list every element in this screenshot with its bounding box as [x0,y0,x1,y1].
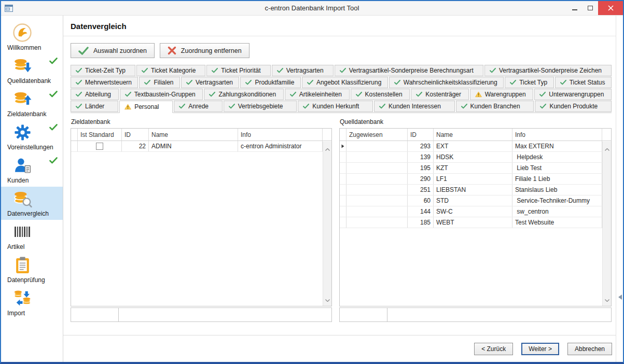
back-button[interactable]: < Zurück [474,343,513,355]
splitter-collapse-icon[interactable] [618,295,622,300]
name-cell: ADMIN [149,141,238,151]
tab-label: Warengruppen [485,91,526,98]
ist-standard-checkbox[interactable] [96,143,103,150]
close-button[interactable] [598,1,623,15]
table-row[interactable]: 251LIEBSTANStanislaus Lieb [340,185,611,195]
tab-kostentr-ger[interactable]: Kostenträger [411,89,468,100]
zugewiesen-cell [346,206,408,217]
tab-ticket-status[interactable]: Ticket Status [555,77,612,88]
sidebar-item-import[interactable]: Import [1,286,63,319]
tab-l-nder[interactable]: Länder [71,101,118,112]
tab-textbaustein-gruppen[interactable]: Textbaustein-Gruppen [120,89,203,100]
tab-angebot-klassifizierung[interactable]: Angebot Klassifizierung [302,77,388,88]
database-sync-icon [12,288,33,309]
tab-vertragsarten[interactable]: Vertragsarten [272,65,334,76]
check-icon [186,80,192,85]
table-row[interactable]: 290LF1Filiale 1 Lieb [340,174,611,185]
check-icon [76,68,82,73]
tab-label: Mehrwertsteuern [85,79,132,86]
tab-anrede[interactable]: Anrede [174,101,222,112]
tab-filialen[interactable]: Filialen [139,77,179,88]
sidebar-item-kunden[interactable]: Kunden [1,153,63,187]
column-header-id[interactable]: ID [122,129,149,141]
grid-footer-cell[interactable] [387,308,611,321]
sidebar-item-voreinstellungen[interactable]: Voreinstellungen [1,120,63,153]
table-row[interactable]: 185WEBTTest Websuite [340,217,611,228]
tab-kunden-herkunft[interactable]: Kunden Herkunft [298,101,373,112]
scroll-down-icon[interactable] [605,295,609,304]
check-icon [416,92,422,97]
table-row[interactable]: 22ADMINc-entron Administrator [71,141,331,152]
check-icon [78,47,89,55]
column-header-id[interactable]: ID [408,129,434,141]
source-database-panel: Quelldatenbank ZugewiesenIDNameInfo293EX… [339,117,612,322]
source-database-grid: ZugewiesenIDNameInfo293EXTMax EXTERN139H… [339,128,612,306]
remove-assignment-label: Zuordnung entfernen [181,47,242,54]
sidebar-item-datenpr-fung[interactable]: Datenprüfung [1,253,63,286]
scroll-down-icon[interactable] [325,295,330,304]
maximize-button[interactable] [583,1,598,15]
column-header-info[interactable]: Info [512,129,602,141]
sidebar-item-quelldatenbank[interactable]: Quelldatenbank [1,54,63,87]
sidebar-item-willkommen[interactable]: Willkommen [1,21,63,54]
table-row[interactable]: 60STD Service-Techniker-Dummy [340,195,611,206]
sidebar-item-label: Willkommen [7,44,41,51]
sidebar-item-artikel[interactable]: Artikel [1,220,63,253]
name-cell: WEBT [434,217,512,228]
sidebar-item-datenvergleich[interactable]: Datenvergleich [1,187,63,220]
tab-label: Vertragsarten [286,67,324,74]
tab-personal[interactable]: Personal [119,101,173,113]
tab-abteilung[interactable]: Abteilung [71,89,119,100]
remove-assignment-button[interactable]: Zuordnung entfernen [160,43,249,58]
column-header-name[interactable]: Name [434,129,512,141]
check-icon [307,80,313,85]
scroll-up-icon[interactable] [325,144,330,153]
tab-mehrwertsteuern[interactable]: Mehrwertsteuern [71,77,138,88]
sidebar-item-zieldatenbank[interactable]: Zieldatenbank [1,87,63,120]
table-row[interactable]: 139HDSK Helpdesk [340,152,611,163]
tab-kunden-produkte[interactable]: Kunden Produkte [535,101,612,112]
check-icon [76,92,82,97]
tab-label: Kostenträger [425,91,461,98]
tab-vertragsartikel-sonderpreise-berechnungsart[interactable]: Vertragsartikel-Sonderpreise Berechnungs… [335,65,483,76]
wizard-nav-bar: < Zurück Weiter > Abbrechen [63,335,616,362]
tab-ticket-kategorie[interactable]: Ticket Kategorie [136,65,205,76]
column-header-info[interactable]: Info [238,129,323,141]
vertical-scrollbar[interactable] [602,142,611,306]
minimize-button[interactable] [567,1,583,15]
cancel-button[interactable]: Abbrechen [567,343,612,355]
row-indicator-cell [340,163,346,173]
column-header-ist-standard[interactable]: Ist Standard [78,129,122,141]
tab-kunden-branchen[interactable]: Kunden Branchen [456,101,534,112]
zugewiesen-cell [346,163,408,173]
vertical-scrollbar[interactable] [323,142,331,306]
tab-label: Kunden Interessen [389,103,441,110]
tab-kostenstellen[interactable]: Kostenstellen [351,89,410,100]
assign-selection-button[interactable]: Auswahl zuordnen [71,43,155,58]
tab-unterwarengruppen[interactable]: Unterwarengruppen [534,89,612,100]
tab-zahlungskonditionen[interactable]: Zahlungskonditionen [204,89,283,100]
tab-warengruppen[interactable]: Warengruppen [470,89,534,100]
table-row[interactable]: 293EXTMax EXTERN [340,141,611,152]
tab-kunden-interessen[interactable]: Kunden Interessen [374,101,455,112]
tab-wahrscheinlichkeitsklassifizierung[interactable]: Wahrscheinlichkeitsklassifizierung [389,77,504,88]
tab-vertragsarten[interactable]: Vertragsarten [181,77,239,88]
scroll-up-icon[interactable] [605,144,609,153]
table-row[interactable]: 195KZT Lieb Test [340,163,611,174]
tab-vertragsartikel-sonderpreise-zeichen[interactable]: Vertragsartikel-Sonderpreise Zeichen [484,65,612,76]
grid-footer-cell[interactable] [119,308,331,321]
tab-ticket-priorit-t[interactable]: Ticket Priorität [206,65,270,76]
tab-artikeleinheiten[interactable]: Artikeleinheiten [285,89,350,100]
column-header-name[interactable]: Name [149,129,238,141]
close-icon [608,5,614,11]
column-header-zugewiesen[interactable]: Zugewiesen [346,129,408,141]
grid-footer-cell[interactable] [340,308,387,321]
tab-vertriebsgebiete[interactable]: Vertriebsgebiete [224,101,297,112]
tab-ticket-zeit-typ[interactable]: Ticket-Zeit Typ [71,65,135,76]
grid-footer-cell[interactable] [71,308,119,321]
window-body: WillkommenQuelldatenbankZieldatenbankVor… [1,16,623,362]
table-row[interactable]: 144SW-C sw_centron [340,206,611,217]
next-button[interactable]: Weiter > [521,343,559,355]
tab-ticket-typ[interactable]: Ticket Typ [505,77,553,88]
tab-produktfamilie[interactable]: Produktfamilie [240,77,300,88]
